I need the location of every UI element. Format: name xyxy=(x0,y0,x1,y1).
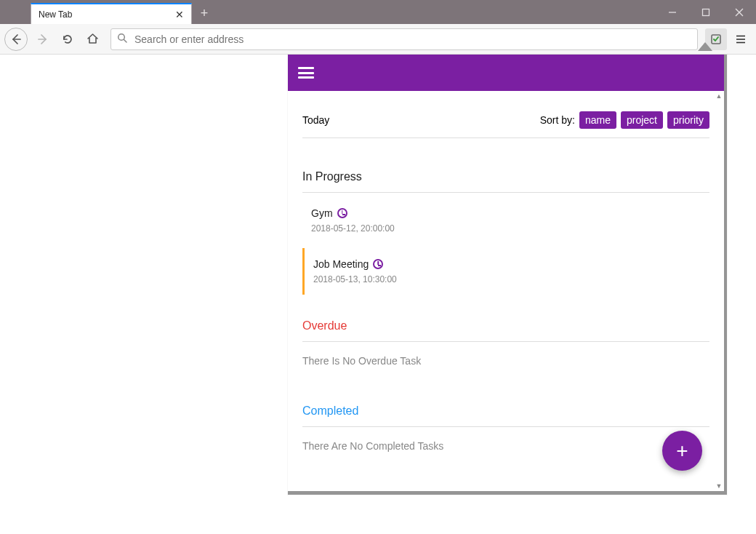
content-area: Today Sort by: name project priority In … xyxy=(0,55,756,534)
scroll-up-icon[interactable]: ▲ xyxy=(714,91,724,101)
scroll-down-icon[interactable]: ▼ xyxy=(714,481,724,491)
titlebar: New Tab ✕ + xyxy=(0,0,756,24)
section-overdue-title: Overdue xyxy=(302,319,709,342)
app-menu-button[interactable] xyxy=(730,28,752,50)
hamburger-menu-icon[interactable] xyxy=(298,67,314,79)
reload-button[interactable] xyxy=(57,28,79,50)
popup-body: Today Sort by: name project priority In … xyxy=(288,91,724,491)
tab-title: New Tab xyxy=(39,9,174,20)
completed-empty-message: There Are No Completed Tasks xyxy=(302,427,709,465)
task-item[interactable]: Gym 2018-05-12, 20:00:00 xyxy=(302,197,709,244)
search-icon xyxy=(117,33,127,46)
minimize-button[interactable] xyxy=(656,0,689,24)
back-button[interactable] xyxy=(4,28,28,51)
window-close-button[interactable] xyxy=(723,0,756,24)
today-label: Today xyxy=(302,114,329,126)
clock-icon xyxy=(373,259,383,269)
popup-scrollbar[interactable]: ▲ ▼ xyxy=(714,91,724,491)
task-name-row: Gym xyxy=(311,207,709,219)
forward-button xyxy=(32,28,54,50)
browser-tab[interactable]: New Tab ✕ xyxy=(31,3,192,24)
sort-group: Sort by: name project priority xyxy=(540,111,709,129)
task-item[interactable]: Job Meeting 2018-05-13, 10:30:00 xyxy=(302,248,709,295)
popup-pointer-icon xyxy=(698,42,712,51)
window-controls xyxy=(656,0,756,24)
svg-line-7 xyxy=(124,39,126,42)
sort-project-button[interactable]: project xyxy=(621,111,663,129)
task-name: Job Meeting xyxy=(313,258,369,270)
task-time: 2018-05-12, 20:00:00 xyxy=(311,223,709,234)
close-tab-icon[interactable]: ✕ xyxy=(174,9,185,20)
top-row: Today Sort by: name project priority xyxy=(302,91,709,138)
clock-icon xyxy=(337,208,347,218)
svg-rect-1 xyxy=(703,9,709,15)
task-name-row: Job Meeting xyxy=(313,258,709,270)
task-time: 2018-05-13, 10:30:00 xyxy=(313,274,709,284)
plus-icon: + xyxy=(676,439,688,463)
sort-priority-button[interactable]: priority xyxy=(667,111,709,129)
popup-header xyxy=(288,55,724,91)
extension-popup: Today Sort by: name project priority In … xyxy=(288,55,724,491)
maximize-button[interactable] xyxy=(689,0,723,24)
tab-strip: New Tab ✕ + xyxy=(0,0,214,24)
popup-container: Today Sort by: name project priority In … xyxy=(288,55,727,495)
url-bar[interactable] xyxy=(110,28,698,50)
new-tab-button[interactable]: + xyxy=(195,4,214,23)
sort-by-label: Sort by: xyxy=(540,114,575,126)
home-button[interactable] xyxy=(81,28,103,50)
add-task-fab[interactable]: + xyxy=(662,431,702,471)
section-in-progress-title: In Progress xyxy=(302,170,709,193)
sort-name-button[interactable]: name xyxy=(579,111,616,129)
nav-toolbar xyxy=(0,24,756,55)
section-completed-title: Completed xyxy=(302,405,709,427)
task-name: Gym xyxy=(311,207,333,219)
url-input[interactable] xyxy=(133,33,691,46)
overdue-empty-message: There Is No Overdue Task xyxy=(302,342,709,380)
